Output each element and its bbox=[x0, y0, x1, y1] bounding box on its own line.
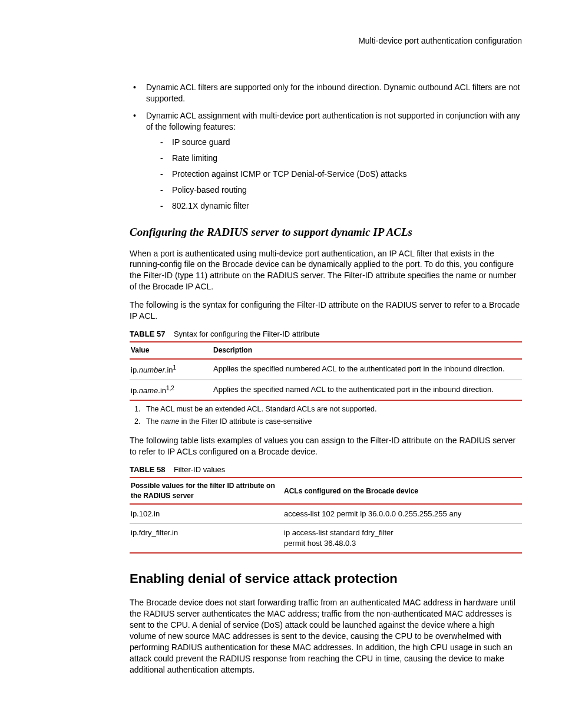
table58-desc: access-list 102 permit ip 36.0.0.0 0.255… bbox=[283, 504, 522, 523]
table58-caption-text: Filter-ID values bbox=[174, 465, 225, 474]
table58-caption: TABLE 58 Filter-ID values bbox=[130, 465, 522, 475]
bullet-text: Dynamic ACL filters are supported only f… bbox=[146, 83, 520, 103]
dash-item: 802.1X dynamic filter bbox=[158, 200, 522, 212]
table58-desc: ip access-list standard fdry_filter perm… bbox=[283, 523, 522, 554]
table-row: ip.fdry_filter.in ip access-list standar… bbox=[130, 523, 522, 554]
bullet-item: Dynamic ACL filters are supported only f… bbox=[130, 82, 522, 104]
page-header: Multi-device port authentication configu… bbox=[40, 35, 522, 47]
subheading-configuring: Configuring the RADIUS server to support… bbox=[130, 225, 522, 240]
table58-value: ip.fdry_filter.in bbox=[130, 523, 283, 554]
table57-label: TABLE 57 bbox=[130, 330, 165, 338]
table57-head-value: Value bbox=[130, 342, 212, 358]
table58-head-value: Possible values for the filter ID attrib… bbox=[130, 477, 283, 503]
footnote: The name in the Filter ID attribute is c… bbox=[143, 417, 522, 427]
table57-desc: Applies the specified numbered ACL to th… bbox=[212, 359, 522, 380]
dash-item: IP source guard bbox=[158, 137, 522, 148]
table-row: ip.number.in1 Applies the specified numb… bbox=[130, 359, 522, 380]
table57-value: ip.number.in1 bbox=[130, 359, 212, 380]
table57-caption: TABLE 57 Syntax for configuring the Filt… bbox=[130, 329, 522, 340]
table57-footnotes: The ACL must be an extended ACL. Standar… bbox=[130, 404, 522, 427]
heading-enabling-dos: Enabling denial of service attack protec… bbox=[130, 570, 522, 588]
table-row: ip.name.in1,2 Applies the specified name… bbox=[130, 380, 522, 400]
table57: Value Description ip.number.in1 Applies … bbox=[130, 341, 522, 401]
table-row: ip.102.in access-list 102 permit ip 36.0… bbox=[130, 504, 522, 523]
dash-item: Policy-based routing bbox=[158, 185, 522, 196]
table58: Possible values for the filter ID attrib… bbox=[130, 477, 522, 554]
dash-item: Protection against ICMP or TCP Denial-of… bbox=[158, 169, 522, 180]
table58-label: TABLE 58 bbox=[130, 465, 165, 474]
bullet-text: Dynamic ACL assignment with multi-device… bbox=[146, 111, 520, 131]
paragraph: When a port is authenticated using multi… bbox=[130, 248, 522, 293]
table58-value: ip.102.in bbox=[130, 504, 283, 523]
dash-item: Rate limiting bbox=[158, 153, 522, 164]
paragraph: The following table lists examples of va… bbox=[130, 435, 522, 457]
table57-desc: Applies the specified named ACL to the a… bbox=[212, 380, 522, 400]
footnote: The ACL must be an extended ACL. Standar… bbox=[143, 404, 522, 414]
table57-caption-text: Syntax for configuring the Filter-ID att… bbox=[174, 330, 320, 338]
paragraph: The following is the syntax for configur… bbox=[130, 299, 522, 322]
dash-list: IP source guard Rate limiting Protection… bbox=[158, 137, 522, 211]
bullet-list: Dynamic ACL filters are supported only f… bbox=[130, 82, 522, 212]
table57-head-desc: Description bbox=[212, 342, 522, 358]
page-content: Dynamic ACL filters are supported only f… bbox=[130, 82, 522, 676]
bullet-item: Dynamic ACL assignment with multi-device… bbox=[130, 110, 522, 212]
paragraph: The Brocade device does not start forwar… bbox=[130, 597, 522, 675]
table57-value: ip.name.in1,2 bbox=[130, 380, 212, 400]
table58-head-desc: ACLs configured on the Brocade device bbox=[283, 477, 522, 503]
